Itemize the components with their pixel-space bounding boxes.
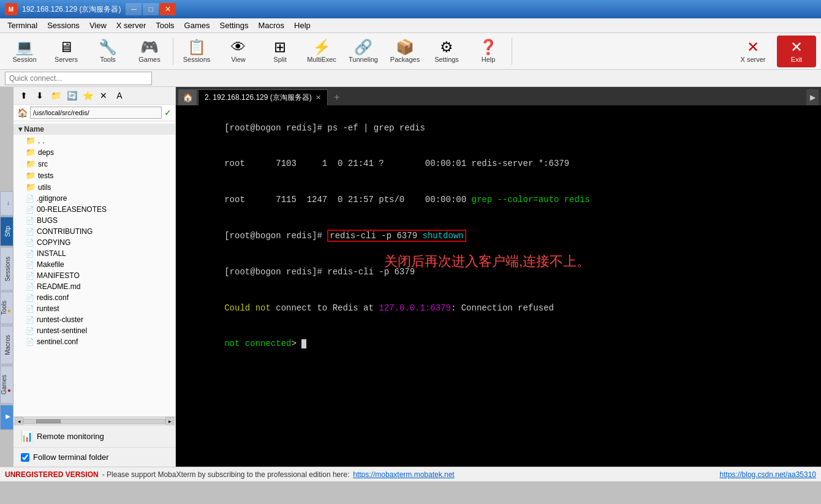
tree-item-copying[interactable]: 📄 COPYING xyxy=(13,237,175,248)
tree-item-runtest-sentinel[interactable]: 📄 runtest-sentinel xyxy=(13,325,175,336)
folder-btn-star[interactable]: ⭐ xyxy=(81,89,94,102)
menu-settings[interactable]: Settings xyxy=(215,20,254,31)
term-line-2: root 7103 1 0 21:41 ? 00:00:01 redis-ser… xyxy=(183,146,814,182)
tool-servers[interactable]: 🖥 Servers xyxy=(47,36,86,67)
sp-tab-tools[interactable]: Tools xyxy=(0,291,13,324)
tree-item-deps[interactable]: 📁 deps xyxy=(13,146,175,158)
close-button[interactable]: ✕ xyxy=(160,3,176,15)
menu-macros[interactable]: Macros xyxy=(253,20,289,31)
tab-bar: 🏠 2. 192.168.126.129 (京淘服务器) ✕ + ▶ xyxy=(176,87,821,105)
status-link[interactable]: https://mobaxterm.mobatek.net xyxy=(353,470,454,479)
menu-sessions[interactable]: Sessions xyxy=(42,20,85,31)
menu-help[interactable]: Help xyxy=(289,20,316,31)
tree-item-manifesto[interactable]: 📄 MANIFESTO xyxy=(13,270,175,281)
tool-view[interactable]: 👁 View xyxy=(219,36,258,67)
scroll-left-btn[interactable]: ◂ xyxy=(15,417,23,426)
horizontal-scrollbar[interactable]: ◂ ▸ xyxy=(13,416,175,425)
tool-xserver[interactable]: ✕ X server xyxy=(732,36,774,67)
scroll-track[interactable] xyxy=(23,419,165,424)
packages-icon: 📦 xyxy=(396,40,414,55)
tree-item-parent[interactable]: 📁 .. xyxy=(13,135,175,146)
scroll-right-indicator[interactable]: ▶ xyxy=(806,89,819,105)
tool-games[interactable]: 🎮 Games xyxy=(130,36,169,67)
menu-tools[interactable]: Tools xyxy=(151,20,179,31)
tool-settings[interactable]: ⚙ Settings xyxy=(427,36,466,67)
status-bar: UNREGISTERED VERSION - Please support Mo… xyxy=(0,467,821,481)
scroll-thumb[interactable] xyxy=(36,419,61,423)
tree-item-src[interactable]: 📁 src xyxy=(13,158,175,170)
quick-connect-bar xyxy=(0,70,821,87)
session-icon: 💻 xyxy=(15,40,34,55)
sp-tab-highlight[interactable]: ◀ xyxy=(0,405,13,430)
sp-tab-arrow[interactable]: ← xyxy=(0,191,13,216)
tool-session[interactable]: 💻 Session xyxy=(5,36,44,67)
tree-item-makefile[interactable]: 📄 Makefile xyxy=(13,259,175,270)
minimize-button[interactable]: ─ xyxy=(126,3,142,15)
tab-active-label: 2. 192.168.126.129 (京淘服务器) xyxy=(205,92,312,103)
app-icon: M xyxy=(5,3,17,15)
folder-btn-font[interactable]: A xyxy=(113,89,126,102)
tab-active[interactable]: 2. 192.168.126.129 (京淘服务器) ✕ xyxy=(198,89,328,105)
term-line-7: not connected> xyxy=(183,326,814,363)
tree-item-tests[interactable]: 📁 tests xyxy=(13,170,175,181)
tool-tools[interactable]: 🔧 Tools xyxy=(88,36,127,67)
monitor-icon: 📊 xyxy=(21,431,33,442)
help-label: Help xyxy=(482,56,496,63)
restore-button[interactable]: □ xyxy=(143,3,159,15)
tool-packages[interactable]: 📦 Packages xyxy=(385,36,425,67)
home-icon[interactable]: 🏠 xyxy=(17,108,28,118)
folder-btn-download[interactable]: ⬇ xyxy=(33,89,47,102)
sp-tab-sessions[interactable]: Sessions xyxy=(0,247,13,291)
status-right-link[interactable]: https://blog.csdn.net/aa35310 xyxy=(720,470,816,479)
tool-split[interactable]: ⊞ Split xyxy=(260,36,300,67)
tab-home-btn[interactable]: 🏠 xyxy=(178,89,197,105)
menu-games[interactable]: Games xyxy=(180,20,215,31)
tree-item-runtest[interactable]: 📄 runtest xyxy=(13,303,175,314)
remote-monitoring-button[interactable]: 📊 Remote monitoring xyxy=(13,426,175,448)
tool-tunneling[interactable]: 🔗 Tunneling xyxy=(344,36,383,67)
games-label: Games xyxy=(138,56,160,63)
menu-view[interactable]: View xyxy=(85,20,112,31)
servers-icon: 🖥 xyxy=(59,40,74,55)
tool-help[interactable]: ❓ Help xyxy=(469,36,508,67)
tree-item-runtest-cluster[interactable]: 📄 runtest-cluster xyxy=(13,314,175,325)
tree-item-install[interactable]: 📄 INSTALL xyxy=(13,248,175,259)
terminal[interactable]: [root@bogon redis]# ps -ef | grep redis … xyxy=(176,105,821,467)
tree-item-readme[interactable]: 📄 README.md xyxy=(13,281,175,292)
tree-item-gitignore[interactable]: 📄 .gitignore xyxy=(13,193,175,204)
folder-btn-newfolder[interactable]: 📁 xyxy=(49,89,62,102)
quick-connect-input[interactable] xyxy=(5,72,152,85)
tools-label: Tools xyxy=(100,56,116,63)
menu-bar: Terminal Sessions View X server Tools Ga… xyxy=(0,18,821,33)
exit-icon: ✕ xyxy=(790,40,803,55)
folder-btn-refresh[interactable]: 🔄 xyxy=(65,89,78,102)
path-confirm-icon[interactable]: ✓ xyxy=(164,108,172,118)
follow-folder-checkbox[interactable] xyxy=(21,453,29,462)
sidebar-bottom: 📊 Remote monitoring Follow terminal fold… xyxy=(13,425,175,467)
tree-item-releasenotes[interactable]: 📄 00-RELEASENOTES xyxy=(13,204,175,215)
remote-monitoring-label: Remote monitoring xyxy=(37,432,104,441)
tree-item-redisconf[interactable]: 📄 redis.conf xyxy=(13,292,175,303)
tab-add-btn[interactable]: + xyxy=(329,89,345,105)
title-bar: M 192.168.126.129 (京淘服务器) ─ □ ✕ xyxy=(0,0,821,18)
folder-btn-upload[interactable]: ⬆ xyxy=(17,89,31,102)
tree-item-bugs[interactable]: 📄 BUGS xyxy=(13,215,175,226)
sp-tab-macros[interactable]: Macros xyxy=(0,326,13,364)
sp-tab-sftp[interactable]: Sftp xyxy=(0,217,13,246)
cursor-blink xyxy=(301,339,306,348)
folder-btn-delete[interactable]: ✕ xyxy=(97,89,110,102)
split-icon: ⊞ xyxy=(274,40,286,55)
tree-item-contributing[interactable]: 📄 CONTRIBUTING xyxy=(13,226,175,237)
tool-multiexec[interactable]: ⚡ MultiExec xyxy=(302,36,341,67)
path-input[interactable] xyxy=(30,107,162,119)
menu-terminal[interactable]: Terminal xyxy=(2,20,42,31)
toolbar: 💻 Session 🖥 Servers 🔧 Tools 🎮 Games 📋 Se… xyxy=(0,33,821,70)
tab-close-btn[interactable]: ✕ xyxy=(316,94,321,102)
menu-xserver[interactable]: X server xyxy=(112,20,151,31)
tree-item-utils[interactable]: 📁 utils xyxy=(13,181,175,193)
tool-sessions[interactable]: 📋 Sessions xyxy=(177,36,216,67)
tree-item-sentinel-conf[interactable]: 📄 sentinel.conf xyxy=(13,336,175,347)
scroll-right-btn[interactable]: ▸ xyxy=(165,417,174,426)
sp-tab-games[interactable]: Games xyxy=(0,366,13,404)
tool-exit[interactable]: ✕ Exit xyxy=(777,36,816,67)
